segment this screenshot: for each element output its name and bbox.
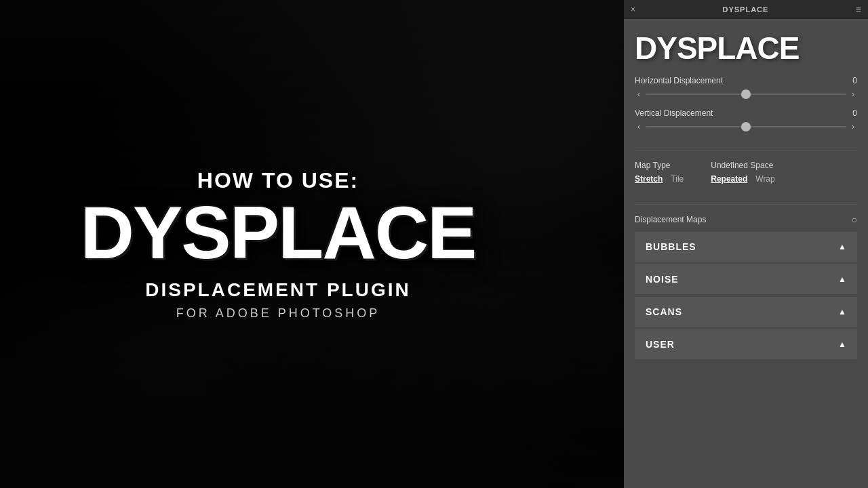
panel-titlebar: × DYSPLACE ≡	[624, 0, 868, 19]
subtitle-line1: DISPLACEMENT PLUGIN	[145, 279, 410, 301]
panel-menu-icon[interactable]: ≡	[856, 4, 861, 15]
map-item-user-label: USER	[646, 339, 675, 350]
map-item-bubbles-label: BUBBLES	[646, 241, 696, 252]
undefined-space-label: Undefined Space	[711, 161, 774, 170]
undefined-space-col: Undefined Space Repeated Wrap	[711, 161, 774, 184]
left-content-area: HOW TO USE: DYSPLACE DISPLACEMENT PLUGIN…	[0, 0, 556, 488]
vertical-slider-left-arrow[interactable]: ‹	[635, 121, 643, 133]
horizontal-slider-row: ‹ ›	[635, 88, 857, 100]
horizontal-displacement-label: Horizontal Displacement	[635, 76, 723, 85]
map-type-tile[interactable]: Tile	[671, 174, 684, 184]
horizontal-slider-left-arrow[interactable]: ‹	[635, 88, 643, 100]
vertical-slider-thumb[interactable]	[741, 122, 751, 131]
panel-title: DYSPLACE	[722, 5, 768, 14]
vertical-slider-header: Vertical Displacement 0	[635, 108, 857, 118]
subtitle-line2: FOR ADOBE PHOTOSHOP	[176, 306, 380, 321]
map-type-stretch[interactable]: Stretch	[635, 174, 663, 184]
panel-body: DYSPLACE Horizontal Displacement 0 ‹ › V…	[624, 19, 868, 488]
map-item-noise-label: NOISE	[646, 274, 679, 285]
map-item-noise-arrow: ▲	[838, 274, 846, 284]
horizontal-displacement-section: Horizontal Displacement 0 ‹ ›	[635, 76, 857, 100]
map-item-bubbles[interactable]: BUBBLES ▲	[635, 232, 857, 262]
map-item-bubbles-arrow: ▲	[838, 242, 846, 251]
vertical-slider-track[interactable]	[646, 126, 846, 127]
map-item-noise[interactable]: NOISE ▲	[635, 264, 857, 294]
horizontal-slider-track[interactable]	[646, 94, 846, 95]
map-item-scans-label: SCANS	[646, 306, 682, 317]
horizontal-displacement-value: 0	[852, 76, 857, 85]
map-type-label: Map Type	[635, 161, 684, 170]
panel-close-button[interactable]: ×	[631, 5, 635, 14]
undefined-space-repeated[interactable]: Repeated	[711, 174, 747, 184]
main-title: DYSPLACE	[81, 199, 476, 266]
vertical-displacement-label: Vertical Displacement	[635, 108, 713, 118]
dysplace-panel: × DYSPLACE ≡ DYSPLACE Horizontal Displac…	[624, 0, 868, 488]
map-type-row: Map Type Stretch Tile Undefined Space Re…	[635, 161, 857, 184]
map-item-scans[interactable]: SCANS ▲	[635, 297, 857, 327]
undefined-space-wrap[interactable]: Wrap	[755, 174, 774, 184]
vertical-displacement-section: Vertical Displacement 0 ‹ ›	[635, 108, 857, 133]
map-item-user[interactable]: USER ▲	[635, 329, 857, 359]
horizontal-slider-thumb[interactable]	[741, 89, 751, 99]
undefined-space-options: Repeated Wrap	[711, 174, 774, 184]
map-type-options: Stretch Tile	[635, 174, 684, 184]
horizontal-slider-right-arrow[interactable]: ›	[849, 88, 857, 100]
map-type-section: Map Type Stretch Tile Undefined Space Re…	[635, 161, 857, 184]
divider-1	[635, 150, 857, 151]
displacement-maps-label: Displacement Maps	[635, 215, 706, 224]
vertical-displacement-value: 0	[852, 108, 857, 118]
map-type-col: Map Type Stretch Tile	[635, 161, 684, 184]
displacement-maps-header: Displacement Maps ○	[635, 214, 857, 225]
map-item-user-arrow: ▲	[838, 340, 846, 349]
how-to-use-label: HOW TO USE:	[197, 168, 359, 193]
dysplace-plugin-header: DYSPLACE	[635, 33, 857, 64]
vertical-slider-row: ‹ ›	[635, 121, 857, 133]
vertical-slider-right-arrow[interactable]: ›	[849, 121, 857, 133]
divider-2	[635, 204, 857, 205]
displacement-maps-settings-icon[interactable]: ○	[852, 214, 857, 225]
map-item-scans-arrow: ▲	[838, 307, 846, 317]
horizontal-slider-header: Horizontal Displacement 0	[635, 76, 857, 85]
